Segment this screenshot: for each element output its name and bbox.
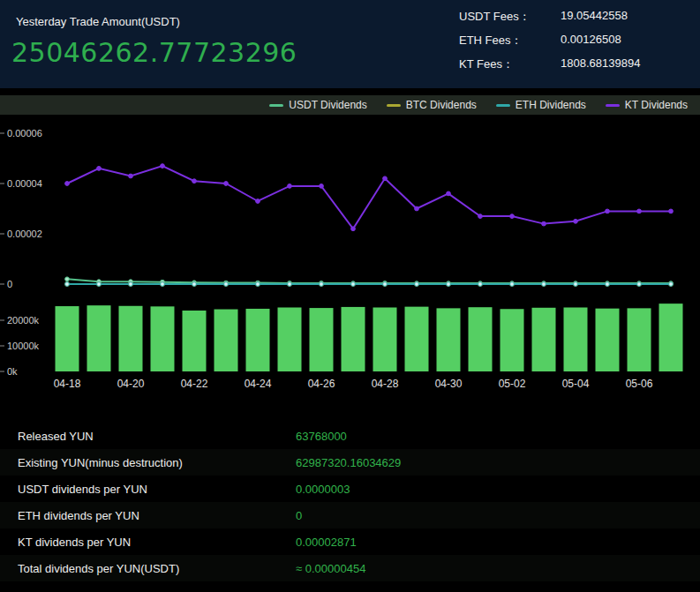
svg-text:0.00002: 0.00002 — [7, 229, 42, 239]
table-row: Total dividends per YUN(USDT) ≈ 0.000004… — [0, 555, 700, 581]
fee-label: USDT Fees： — [459, 9, 561, 25]
table-row: Released YUN 63768000 — [0, 423, 700, 449]
fees-block: USDT Fees： 19.05442558 ETH Fees： 0.00126… — [459, 9, 640, 80]
table-row: USDT dividends per YUN 0.0000003 — [0, 476, 700, 502]
trade-amount-label: Yesterday Trade Amount(USDT) — [16, 15, 180, 28]
table-row: KT dividends per YUN 0.00002871 — [0, 528, 700, 555]
legend-swatch-icon — [606, 104, 620, 107]
svg-text:04-22: 04-22 — [181, 378, 208, 390]
stat-label: ETH dividends per YUN — [18, 509, 296, 522]
legend-swatch-icon — [496, 104, 510, 107]
table-row: Existing YUN(minus destruction) 62987320… — [0, 449, 700, 476]
stat-label: Existing YUN(minus destruction) — [18, 456, 296, 469]
summary-header: Yesterday Trade Amount(USDT) 25046262.77… — [0, 0, 700, 88]
svg-text:04-30: 04-30 — [435, 378, 463, 390]
svg-text:10000k: 10000k — [7, 341, 40, 351]
legend-label: KT Dividends — [625, 99, 688, 111]
svg-text:04-28: 04-28 — [372, 378, 399, 390]
stat-label: USDT dividends per YUN — [18, 483, 296, 496]
svg-text:05-06: 05-06 — [626, 378, 653, 390]
table-row: ETH dividends per YUN 0 — [0, 502, 700, 528]
stat-value: ≈ 0.00000454 — [296, 562, 700, 575]
yun-stats-table: Released YUN 63768000 Existing YUN(minus… — [0, 401, 700, 581]
legend-label: BTC Dividends — [406, 99, 477, 111]
stat-label: Released YUN — [18, 430, 296, 443]
fee-value: 19.05442558 — [561, 9, 628, 25]
stat-label: Total dividends per YUN(USDT) — [18, 562, 296, 575]
svg-text:20000k: 20000k — [7, 315, 40, 326]
svg-text:04-24: 04-24 — [245, 378, 272, 390]
legend-item-kt-dividends[interactable]: KT Dividends — [606, 99, 688, 111]
legend-label: USDT Dividends — [289, 99, 366, 111]
svg-text:05-04: 05-04 — [562, 378, 590, 390]
stat-value: 0.0000003 — [296, 483, 700, 496]
fee-row-eth: ETH Fees： 0.00126508 — [459, 33, 640, 49]
stat-value: 62987320.16034629 — [296, 456, 700, 469]
dividends-chart: 00.000020.000040.000060k10000k20000k04-1… — [0, 115, 700, 397]
legend-item-btc-dividends[interactable]: BTC Dividends — [387, 99, 477, 111]
legend-swatch-icon — [269, 104, 283, 107]
svg-text:0: 0 — [7, 279, 12, 289]
trade-amount-value: 25046262.77723296 — [11, 37, 297, 68]
svg-text:0k: 0k — [7, 366, 18, 377]
fee-label: KT Fees： — [459, 56, 561, 72]
stat-label: KT dividends per YUN — [18, 536, 296, 549]
chart-legend: USDT Dividends BTC Dividends ETH Dividen… — [0, 95, 700, 115]
legend-item-usdt-dividends[interactable]: USDT Dividends — [269, 99, 366, 111]
fee-label: ETH Fees： — [459, 33, 561, 49]
legend-label: ETH Dividends — [516, 99, 586, 111]
svg-text:04-18: 04-18 — [54, 378, 81, 390]
svg-text:0.00004: 0.00004 — [7, 178, 42, 189]
legend-item-eth-dividends[interactable]: ETH Dividends — [496, 99, 586, 111]
svg-text:05-02: 05-02 — [499, 378, 526, 390]
fee-row-kt: KT Fees： 1808.68139894 — [459, 56, 640, 72]
fee-value: 1808.68139894 — [561, 56, 640, 72]
stat-value: 63768000 — [296, 430, 700, 443]
dividends-chart-panel: USDT Dividends BTC Dividends ETH Dividen… — [0, 95, 700, 397]
fee-row-usdt: USDT Fees： 19.05442558 — [459, 9, 640, 25]
legend-swatch-icon — [387, 104, 401, 107]
svg-text:0.00006: 0.00006 — [7, 128, 42, 139]
svg-text:04-20: 04-20 — [117, 378, 145, 390]
fee-value: 0.00126508 — [561, 33, 621, 49]
stat-value: 0.00002871 — [296, 536, 700, 549]
svg-text:04-26: 04-26 — [308, 378, 335, 390]
stat-value: 0 — [296, 509, 700, 522]
